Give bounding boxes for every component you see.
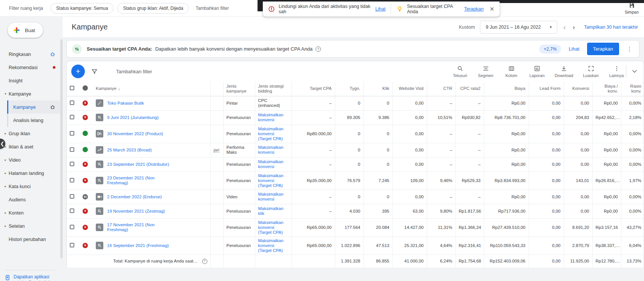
- bidding-strategy-link[interactable]: Maksimalkan konversi: [258, 113, 284, 122]
- status-removed-icon[interactable]: ×: [83, 178, 88, 183]
- view-link[interactable]: Lihat: [569, 46, 579, 52]
- sidebar-item-histori-perubahan[interactable]: Histori perubahan: [0, 233, 60, 246]
- bidding-strategy-link[interactable]: Maksimalkan konversi: [258, 145, 284, 154]
- col-header-cpc[interactable]: CPC rata2: [455, 82, 484, 96]
- col-header-ctr[interactable]: CTR: [427, 82, 455, 96]
- bidding-strategy-link[interactable]: Maksimalkan konversi (Target CPA): [258, 173, 284, 188]
- campaign-name-link[interactable]: 17 November 2021 (Non Freshmag): [107, 222, 171, 232]
- col-header-biaya[interactable]: Biaya: [484, 82, 529, 96]
- status-removed-icon[interactable]: ×: [83, 100, 88, 106]
- search-campaign-icon: [96, 242, 103, 249]
- campaign-name-link[interactable]: 23 September 2021 (Distributor): [107, 162, 169, 167]
- toolbar-action-lainnya[interactable]: Lainnya: [609, 65, 624, 78]
- create-button[interactable]: Buat: [8, 23, 43, 38]
- toast-tip-link[interactable]: Terapkan: [464, 6, 483, 12]
- sidebar-item-audiens[interactable]: Audiens: [0, 193, 60, 206]
- sidebar-item-ringkasan[interactable]: Ringkasan: [0, 48, 60, 61]
- toast-warning-link[interactable]: Lihat: [375, 6, 385, 12]
- toolbar-action-segmen[interactable]: Segmen: [478, 65, 494, 78]
- row-checkbox[interactable]: [70, 194, 74, 199]
- status-removed-icon[interactable]: ×: [83, 115, 88, 120]
- sidebar-item-kampanye[interactable]: ▾Kampanye: [0, 87, 60, 100]
- status-removed-icon[interactable]: ×: [83, 208, 88, 214]
- col-header-website_visit[interactable]: Website Visit: [393, 82, 427, 96]
- collapse-table-icon[interactable]: [631, 68, 638, 75]
- sidebar-item-grup-iklan[interactable]: ▸Grup iklan: [0, 127, 60, 140]
- col-header-lead_form[interactable]: Lead Form: [529, 82, 564, 96]
- apply-button[interactable]: Terapkan: [587, 43, 619, 55]
- col-header-rasio_konv[interactable]: Rasio konv.: [621, 82, 644, 96]
- campaign-name-link[interactable]: 19 November 2021 (Zestmag): [107, 209, 165, 214]
- date-range-picker[interactable]: 9 Jun 2021 – 16 Agu 2022 ▼: [480, 21, 557, 34]
- bidding-strategy-link[interactable]: Maksimalkan konversi (Target CPA): [258, 238, 284, 253]
- row-checkbox[interactable]: [70, 115, 74, 119]
- row-checkbox[interactable]: [70, 131, 74, 136]
- toolbar-action-download[interactable]: Download: [555, 65, 573, 78]
- col-header-konversi[interactable]: Konversi: [564, 82, 592, 96]
- more-options-icon[interactable]: ⋮: [625, 46, 634, 52]
- show-last-30-days-link[interactable]: Tampilkan 30 hari terakhir: [584, 25, 638, 30]
- bidding-strategy-link[interactable]: Maksimalkan klik: [258, 206, 284, 216]
- total-cell-ctr: 6,24%: [427, 255, 455, 268]
- col-header-biaya_konv[interactable]: Biaya / konv.: [592, 82, 621, 96]
- campaign-name-link[interactable]: 23 Desember 2021 (Non Freshmag): [107, 176, 171, 185]
- status-enabled-icon[interactable]: [83, 131, 88, 136]
- col-header-type[interactable]: Jenis kampanye: [223, 82, 255, 96]
- status-removed-icon[interactable]: ×: [83, 162, 88, 167]
- col-header-bidding[interactable]: Jenis strategi bidding: [255, 82, 291, 96]
- sidebar-item-iklan-aset[interactable]: ▸Iklan & aset: [0, 140, 60, 153]
- row-checkbox[interactable]: [70, 243, 74, 247]
- row-checkbox[interactable]: [70, 100, 74, 105]
- col-header-tygn[interactable]: Tygn.: [335, 82, 363, 96]
- save-button[interactable]: Simpan: [625, 2, 639, 14]
- bidding-strategy-link[interactable]: Maksimalkan konversi (Target CPA): [258, 127, 284, 141]
- sidebar-item-halaman-landing[interactable]: ▸Halaman landing: [0, 167, 60, 180]
- toolbar-action-kolom[interactable]: Kolom: [503, 65, 519, 78]
- toolbar-action-laporan[interactable]: Laporan: [529, 65, 545, 78]
- campaign-name-link[interactable]: 25 March 2023 (Broad): [107, 148, 152, 153]
- mobile-app-link[interactable]: Dapatkan aplikasi seluler Google Ads: [0, 274, 60, 281]
- sidebar-item-kata-kunci[interactable]: ▸Kata kunci: [0, 180, 60, 193]
- campaign-status-filter-pill[interactable]: Status kampanye: Semua: [51, 3, 113, 14]
- scrollbar-thumb[interactable]: [60, 39, 63, 258]
- status-removed-icon[interactable]: ×: [83, 225, 88, 230]
- col-header-name[interactable]: Kampanye↓: [93, 82, 210, 96]
- row-checkbox[interactable]: [70, 208, 74, 213]
- sidebar-item-kampanye[interactable]: Kampanye: [7, 100, 60, 114]
- col-header-klik[interactable]: Klik: [363, 82, 393, 96]
- status-enabled-icon[interactable]: [83, 147, 88, 152]
- add-campaign-button[interactable]: +: [71, 65, 85, 78]
- toolbar-action-luaskan[interactable]: Luaskan: [583, 65, 599, 78]
- campaign-name-link[interactable]: 30 November 2022 (Product): [107, 131, 163, 136]
- campaign-name-link[interactable]: 16 September 2021 (Freshmag): [107, 243, 169, 248]
- campaign-name-link[interactable]: 2 December 2022 (Endorse): [107, 195, 162, 199]
- filter-funnel-icon[interactable]: [91, 68, 98, 75]
- close-icon[interactable]: ✕: [488, 5, 496, 13]
- metric-klik: 0: [387, 162, 389, 167]
- sidebar-item-konten[interactable]: ▸Konten: [0, 206, 60, 219]
- status-paused-icon[interactable]: [83, 194, 88, 199]
- next-period-button[interactable]: ›: [572, 23, 576, 31]
- bidding-strategy-link[interactable]: Maksimalkan konversi (Target CPA): [258, 220, 284, 235]
- adgroup-status-filter-pill[interactable]: Status grup iklan: Aktif, Dijeda: [117, 3, 189, 14]
- select-all-checkbox[interactable]: [70, 86, 74, 90]
- sidebar-item-insight[interactable]: Insight: [0, 74, 60, 87]
- row-checkbox[interactable]: [70, 178, 74, 182]
- campaign-name-link[interactable]: Toko Pakaian Butik: [107, 101, 144, 106]
- campaign-name-link[interactable]: 9 Juni 2021 (Jurulambung): [107, 115, 159, 120]
- toolbar-action-telusuri[interactable]: Telusuri: [452, 65, 468, 78]
- sidebar-item-rekomendasi[interactable]: Rekomendasi: [0, 61, 60, 74]
- sidebar-item-setelan[interactable]: ▸Setelan: [0, 219, 60, 233]
- previous-period-button[interactable]: ‹: [563, 23, 566, 31]
- add-filter-button[interactable]: Tambahkan filter: [196, 6, 229, 11]
- row-checkbox[interactable]: [70, 225, 74, 229]
- sidebar-item-video[interactable]: ▸Video: [0, 153, 60, 167]
- status-removed-icon[interactable]: ×: [83, 243, 88, 248]
- row-checkbox[interactable]: [70, 162, 74, 166]
- sidebar-item-analisis-lelang[interactable]: Analisis lelang: [7, 114, 60, 127]
- bidding-strategy-link[interactable]: Maksimalkan konversi: [258, 192, 284, 201]
- col-header-target_cpa[interactable]: Target CPA: [291, 82, 335, 96]
- bidding-strategy-link[interactable]: Maksimalkan konversi: [258, 159, 284, 169]
- row-checkbox[interactable]: [70, 147, 74, 152]
- table-add-filter-button[interactable]: Tambahkan filter: [116, 69, 152, 74]
